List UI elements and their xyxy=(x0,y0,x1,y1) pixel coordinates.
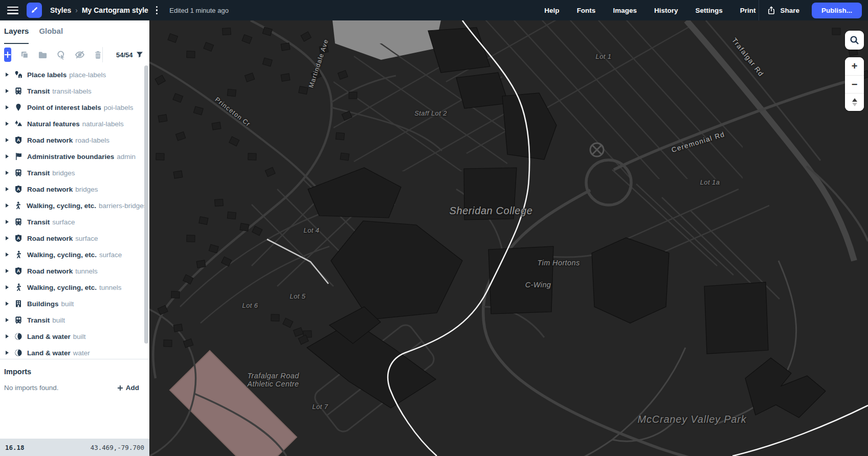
search-icon xyxy=(850,35,859,45)
share-label: Share xyxy=(780,7,799,14)
nav-settings[interactable]: Settings xyxy=(695,7,722,14)
layer-name: Point of interest labels xyxy=(27,104,101,111)
layer-name: Road network xyxy=(27,235,73,242)
layer-id: built xyxy=(52,316,65,324)
layer-row[interactable]: Walking, cycling, etc.barriers-bridges xyxy=(0,197,149,214)
layer-row[interactable]: Transitsurface xyxy=(0,214,149,230)
expand-arrow-icon[interactable] xyxy=(6,334,9,338)
topbar-divider xyxy=(759,0,759,20)
plus-icon xyxy=(4,51,11,58)
layer-name: Transit xyxy=(27,87,50,95)
expand-arrow-icon[interactable] xyxy=(6,187,9,191)
expand-arrow-icon[interactable] xyxy=(6,269,9,273)
layer-id: barriers-bridges xyxy=(99,202,147,210)
pedestrian-icon xyxy=(14,201,22,210)
layer-name: Walking, cycling, etc. xyxy=(27,251,97,259)
duplicate-layer-icon[interactable] xyxy=(20,50,29,60)
expand-arrow-icon[interactable] xyxy=(6,73,9,77)
expand-arrow-icon[interactable] xyxy=(6,154,9,158)
style-editor-logo-icon[interactable] xyxy=(27,3,42,18)
transit-icon xyxy=(14,218,23,226)
hide-layer-eye-off-icon[interactable] xyxy=(75,50,85,60)
admin-flag-icon xyxy=(14,152,23,161)
delete-layer-trash-icon[interactable] xyxy=(94,50,102,60)
layer-row[interactable]: Place labelsplace-labels xyxy=(0,66,149,83)
nav-history[interactable]: History xyxy=(654,7,678,14)
layer-row[interactable]: Land & waterbuilt xyxy=(0,328,149,345)
layer-row[interactable]: Transitbuilt xyxy=(0,312,149,328)
expand-arrow-icon[interactable] xyxy=(6,253,9,257)
publish-button[interactable]: Publish... xyxy=(812,3,862,18)
tab-layers[interactable]: Layers xyxy=(4,27,29,44)
nav-images[interactable]: Images xyxy=(613,7,637,14)
layer-name: Buildings xyxy=(27,300,59,308)
layer-name: Land & water xyxy=(27,333,71,340)
place-labels-icon xyxy=(14,71,23,79)
layer-row[interactable]: Buildingsbuilt xyxy=(0,295,149,312)
map-status-bar: 16.18 43.469,-79.700 xyxy=(0,439,149,456)
layer-row[interactable]: Road networksurface xyxy=(0,230,149,246)
menu-icon[interactable] xyxy=(7,7,18,14)
map-render xyxy=(149,20,868,456)
layer-row[interactable]: Walking, cycling, etc.surface xyxy=(0,246,149,263)
layer-row[interactable]: Land & waterwater xyxy=(0,345,149,359)
nav-print[interactable]: Print xyxy=(740,7,756,14)
paintbrush-icon xyxy=(29,5,39,15)
layer-row[interactable]: Transitbridges xyxy=(0,165,149,181)
add-import-button[interactable]: Add xyxy=(117,384,139,392)
expand-arrow-icon[interactable] xyxy=(6,89,9,93)
plus-icon xyxy=(117,385,123,391)
zoom-level-value: 16.18 xyxy=(5,444,25,451)
expand-arrow-icon[interactable] xyxy=(6,171,9,175)
layer-name: Transit xyxy=(27,316,50,324)
edited-status: Edited 1 minute ago xyxy=(169,7,229,14)
layer-counter[interactable]: 54/54 xyxy=(102,47,146,62)
layer-name: Road network xyxy=(27,267,73,275)
layer-name: Transit xyxy=(27,169,50,177)
nav-help[interactable]: Help xyxy=(544,7,559,14)
share-button[interactable]: Share xyxy=(767,6,799,15)
layer-toolbar: 54/54 xyxy=(0,44,149,65)
transit-icon xyxy=(14,87,23,96)
layer-row[interactable]: Administrative boundariesadmin xyxy=(0,148,149,165)
pitch-toggle-button[interactable] xyxy=(845,93,864,111)
map-canvas[interactable]: Martindale Ave Princeton Cr Trafalgar Rd… xyxy=(149,20,868,456)
expand-arrow-icon[interactable] xyxy=(6,318,9,322)
expand-arrow-icon[interactable] xyxy=(6,138,9,142)
group-layers-folder-icon[interactable] xyxy=(38,50,48,60)
tab-global[interactable]: Global xyxy=(39,27,63,44)
expand-arrow-icon[interactable] xyxy=(6,302,9,306)
pedestrian-icon xyxy=(14,283,23,292)
layer-name: Transit xyxy=(27,218,50,226)
layer-id: water xyxy=(73,349,90,357)
add-layer-button[interactable] xyxy=(4,48,11,62)
expand-arrow-icon[interactable] xyxy=(6,203,9,208)
expand-arrow-icon[interactable] xyxy=(6,285,9,289)
sidebar-tabs: Layers Global xyxy=(0,20,149,44)
layer-row[interactable]: Road networktunnels xyxy=(0,263,149,279)
nav-fonts[interactable]: Fonts xyxy=(577,7,596,14)
layer-row[interactable]: Walking, cycling, etc.tunnels xyxy=(0,279,149,295)
zoom-out-button[interactable]: − xyxy=(845,75,864,93)
share-icon xyxy=(767,6,775,15)
layer-row[interactable]: Natural featuresnatural-labels xyxy=(0,116,149,132)
breadcrumb-styles-link[interactable]: Styles xyxy=(50,6,71,14)
expand-arrow-icon[interactable] xyxy=(6,236,9,240)
road-shield-icon xyxy=(14,234,23,243)
layer-id: natural-labels xyxy=(82,120,124,128)
sidebar-scrollbar[interactable] xyxy=(144,65,148,344)
layer-id: tunnels xyxy=(75,267,98,275)
layer-row[interactable]: Road networkroad-labels xyxy=(0,132,149,148)
select-on-map-icon[interactable] xyxy=(56,50,66,60)
expand-arrow-icon[interactable] xyxy=(6,105,9,109)
zoom-in-button[interactable]: + xyxy=(845,57,864,75)
style-options-kebab-icon[interactable] xyxy=(154,4,160,16)
layer-row[interactable]: Point of interest labelspoi-labels xyxy=(0,99,149,116)
expand-arrow-icon[interactable] xyxy=(6,122,9,126)
map-search-button[interactable] xyxy=(845,31,864,50)
expand-arrow-icon[interactable] xyxy=(6,351,9,355)
expand-arrow-icon[interactable] xyxy=(6,220,9,224)
layer-row[interactable]: Transittransit-labels xyxy=(0,83,149,99)
layer-row[interactable]: Road networkbridges xyxy=(0,181,149,197)
pitch-up-icon xyxy=(852,98,857,102)
